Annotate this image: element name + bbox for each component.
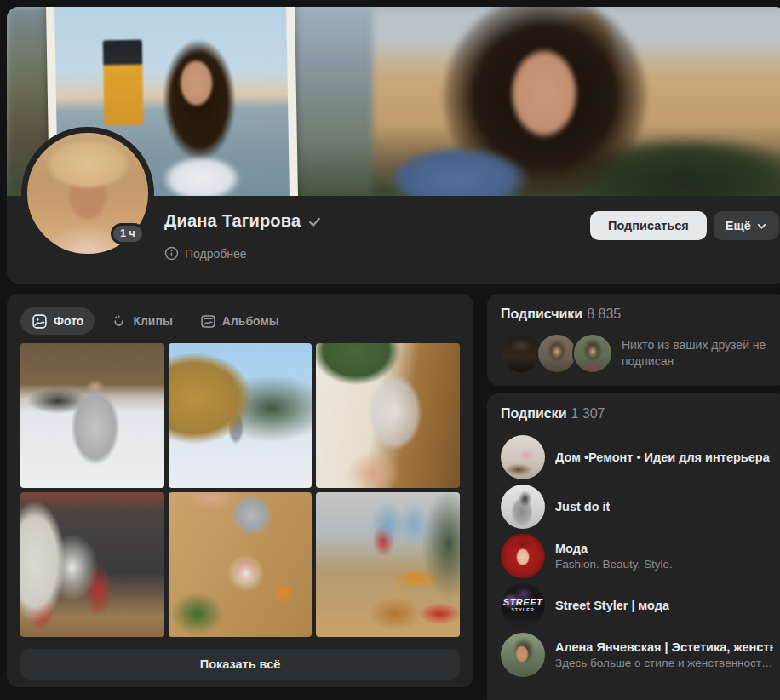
profile-details-link[interactable]: Подробнее	[164, 246, 247, 261]
profile-card: 1 ч Диана Тагирова Подробнее Подписаться…	[7, 7, 780, 284]
follower-avatar[interactable]	[501, 333, 542, 374]
subscription-avatar-just-do-it[interactable]	[501, 485, 545, 529]
street-avatar-text: STREET	[503, 598, 542, 607]
subscriptions-header[interactable]: Подписки1 307	[501, 406, 773, 422]
polaroid-woman-face	[164, 43, 229, 123]
polaroid-white-shirt	[146, 145, 257, 196]
subscriptions-card: Подписки1 307 Дом •Ремонт • Идеи для инт…	[487, 393, 780, 700]
followers-title: Подписчики	[501, 307, 582, 321]
more-button-label: Ещё	[726, 219, 751, 232]
show-all-button[interactable]: Показать всё	[20, 649, 460, 680]
subscription-title: Street Styler | мода	[555, 599, 669, 612]
albums-icon	[200, 313, 216, 330]
photo-new-year-dinner[interactable]	[316, 492, 460, 637]
photo-food-table[interactable]	[169, 492, 313, 637]
follower-avatar[interactable]	[536, 333, 577, 374]
clips-icon	[111, 313, 127, 330]
photo-winter-forest[interactable]	[169, 343, 313, 488]
info-circle-icon	[164, 246, 179, 261]
more-button[interactable]: Ещё	[714, 211, 779, 240]
subscription-avatar-alena[interactable]	[501, 633, 545, 677]
tab-albums-label: Альбомы	[222, 314, 279, 328]
last-seen-badge: 1 ч	[111, 223, 145, 244]
photo-snow-fur-coat[interactable]	[20, 343, 164, 488]
follower-avatar[interactable]	[572, 333, 613, 374]
photo-family-christmas[interactable]	[20, 492, 164, 637]
list-item[interactable]: Just do it	[501, 485, 773, 529]
tab-albums[interactable]: Альбомы	[189, 307, 290, 335]
tab-photos-label: Фото	[54, 314, 83, 328]
profile-name: Диана Тагирова	[164, 211, 301, 231]
subscriptions-list: Дом •Ремонт • Идеи для интерьера • С… Ju…	[501, 435, 773, 677]
photo-icon	[32, 313, 48, 330]
details-label: Подробнее	[185, 247, 247, 261]
list-item[interactable]: Мода Fashion. Beauty. Style.	[501, 534, 773, 578]
photo-wine-glass[interactable]	[316, 343, 460, 488]
cover-trees	[497, 119, 780, 196]
photo-grid	[20, 343, 460, 637]
tab-photos[interactable]: Фото	[20, 307, 95, 335]
list-item[interactable]: Дом •Ремонт • Идеи для интерьера • С…	[501, 435, 773, 479]
tab-clips-label: Клипы	[133, 314, 172, 328]
subscription-title: Дом •Ремонт • Идеи для интерьера • С…	[555, 450, 773, 464]
followers-header[interactable]: Подписчики8 835	[501, 307, 773, 322]
subscription-subtitle: Fashion. Beauty. Style.	[555, 558, 673, 571]
subscription-avatar-home-interior[interactable]	[501, 435, 545, 479]
follower-avatar-stack	[501, 333, 613, 374]
cover-building-tower	[518, 7, 654, 112]
chevron-down-icon	[756, 221, 767, 232]
list-item[interactable]: Алена Янчевская | Эстетика, женстве… Зде…	[501, 633, 773, 677]
street-avatar-subtext: STYLER	[511, 607, 535, 613]
subscription-title: Just do it	[555, 500, 610, 514]
subscriptions-count: 1 307	[571, 406, 605, 421]
subscription-avatar-moda[interactable]	[501, 534, 545, 578]
check-icon	[307, 215, 322, 229]
photos-card: Фото Клипы Альбомы Показать всё	[7, 294, 473, 687]
profile-actions: Подписаться Ещё	[590, 211, 779, 240]
polaroid-ship-funnel	[103, 40, 144, 126]
tab-clips[interactable]: Клипы	[100, 307, 183, 335]
follow-button[interactable]: Подписаться	[590, 211, 707, 240]
followers-count: 8 835	[587, 307, 621, 321]
profile-name-row: Диана Тагирова	[164, 211, 322, 231]
cover-woman-hair	[400, 7, 690, 196]
subscriptions-title: Подписки	[501, 406, 566, 421]
content-tabs: Фото Клипы Альбомы	[20, 307, 460, 335]
subscription-avatar-street-styler[interactable]: STREET STYLER	[501, 583, 545, 628]
cover-woman-face	[480, 19, 608, 168]
followers-note: Никто из ваших друзей не подписан	[622, 337, 773, 370]
followers-card: Подписчики8 835 Никто из ваших друзей не…	[487, 294, 780, 386]
subscription-title: Алена Янчевская | Эстетика, женстве…	[555, 640, 773, 654]
subscription-subtitle: Здесь больше о стиле и женственност…	[555, 657, 773, 669]
list-item[interactable]: STREET STYLER Street Styler | мода	[501, 583, 773, 628]
subscription-title: Мода	[555, 542, 673, 555]
followers-row: Никто из ваших друзей не подписан	[501, 333, 773, 374]
cover-denim-jacket	[360, 133, 556, 196]
polaroid-woman-hair	[141, 17, 256, 189]
cover-building-backdrop	[373, 7, 780, 196]
